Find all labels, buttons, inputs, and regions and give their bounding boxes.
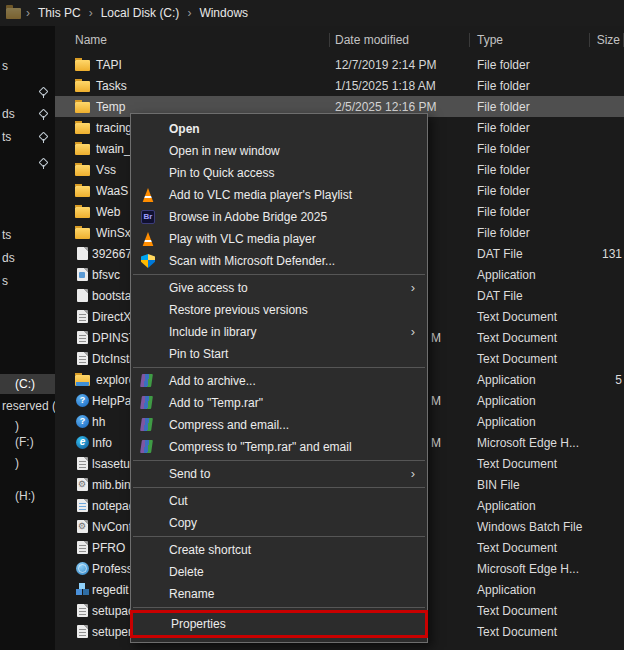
menu-item-include-in-library[interactable]: Include in library› — [131, 321, 427, 343]
menu-item-label: Delete — [169, 565, 204, 579]
menu-item-open[interactable]: Open — [131, 118, 427, 140]
file-name: DirectX — [92, 310, 131, 324]
nav-item[interactable] — [0, 82, 55, 102]
type-cell: Text Document — [470, 541, 590, 555]
menu-item-pin-to-start[interactable]: Pin to Start — [131, 343, 427, 365]
column-header-name[interactable]: Name — [55, 26, 330, 54]
type-cell: File folder — [470, 205, 590, 219]
vlc-icon — [141, 188, 155, 202]
nav-item-label: ) — [0, 419, 19, 433]
nav-item[interactable]: ts — [0, 127, 55, 147]
nav-item[interactable]: ds — [0, 104, 55, 124]
column-header-size[interactable]: Size — [590, 26, 624, 54]
text-icon — [77, 541, 88, 554]
menu-item-add-to-archive[interactable]: Add to archive... — [131, 370, 427, 392]
menu-item-play-with-vlc-media-player[interactable]: Play with VLC media player — [131, 228, 427, 250]
menu-item-label: Pin to Quick access — [169, 166, 274, 180]
nav-item[interactable]: ds — [0, 248, 55, 268]
menu-item-browse-in-adobe-bridge-2025[interactable]: Browse in Adobe Bridge 2025 — [131, 206, 427, 228]
folder-icon — [75, 207, 90, 218]
pin-icon — [39, 87, 48, 98]
nav-item[interactable]: ts — [0, 225, 55, 245]
regedit-icon — [76, 583, 89, 596]
menu-item-label: Restore previous versions — [169, 303, 308, 317]
nav-item[interactable]: ) — [0, 453, 55, 473]
edge-icon — [76, 436, 89, 449]
type-cell: Windows Batch File — [470, 520, 590, 534]
menu-item-compress-to-temp-rar-and-email[interactable]: Compress to "Temp.rar" and email — [131, 436, 427, 458]
menu-item-copy[interactable]: Copy — [131, 512, 427, 534]
folder-icon — [75, 123, 90, 134]
folder-icon — [75, 165, 90, 176]
nav-item[interactable]: s — [0, 271, 55, 291]
nav-item[interactable]: (C:) — [0, 374, 55, 394]
submenu-arrow-icon: › — [411, 277, 415, 299]
file-row[interactable]: Tasks1/15/2025 1:18 AMFile folder — [55, 75, 624, 96]
folder-icon — [75, 60, 90, 71]
menu-item-label: Browse in Adobe Bridge 2025 — [169, 210, 327, 224]
nav-item-label: (C:) — [0, 377, 35, 391]
type-cell: File folder — [470, 100, 590, 114]
date-modified-cell: 1/15/2025 1:18 AM — [330, 79, 470, 93]
menu-item-create-shortcut[interactable]: Create shortcut — [131, 539, 427, 561]
menu-item-delete[interactable]: Delete — [131, 561, 427, 583]
folder-icon — [75, 144, 90, 155]
menu-item-add-to-vlc-media-player-s-playlist[interactable]: Add to VLC media player's Playlist — [131, 184, 427, 206]
menu-item-rename[interactable]: Rename — [131, 583, 427, 605]
submenu-arrow-icon: › — [411, 321, 415, 343]
menu-item-give-access-to[interactable]: Give access to› — [131, 277, 427, 299]
nav-item-label: ds — [0, 107, 15, 121]
breadcrumb-item-this-pc[interactable]: This PC — [31, 4, 88, 22]
file-name: bfsvc — [92, 268, 120, 282]
type-cell: Application — [470, 373, 590, 387]
pin-icon — [39, 109, 48, 120]
type-cell: Text Document — [470, 310, 590, 324]
app-icon — [77, 268, 88, 281]
menu-item-label: Copy — [169, 516, 197, 530]
menu-item-label: Open — [169, 122, 200, 136]
type-cell: Application — [470, 499, 590, 513]
type-cell: File folder — [470, 58, 590, 72]
menu-item-label: Add to "Temp.rar" — [169, 396, 263, 410]
file-name: Vss — [96, 163, 116, 177]
nav-item[interactable]: (H:) — [0, 486, 55, 506]
nav-item-label: (F:) — [0, 435, 34, 449]
breadcrumb-item-local-disk-c[interactable]: Local Disk (C:) — [94, 4, 187, 22]
text-icon — [77, 604, 88, 617]
file-row[interactable]: TAPI12/7/2019 2:14 PMFile folder — [55, 54, 624, 75]
menu-item-label: Compress and email... — [169, 418, 289, 432]
menu-item-restore-previous-versions[interactable]: Restore previous versions — [131, 299, 427, 321]
folder-icon — [75, 102, 90, 113]
menu-item-add-to-temp-rar[interactable]: Add to "Temp.rar" — [131, 392, 427, 414]
file-name: Professi — [92, 562, 135, 576]
nav-item[interactable]: (F:) — [0, 432, 55, 452]
column-header-date-modified[interactable]: Date modified — [330, 26, 470, 54]
menu-item-pin-to-quick-access[interactable]: Pin to Quick access — [131, 162, 427, 184]
nav-item-label: reserved (D — [0, 399, 55, 413]
menu-item-cut[interactable]: Cut — [131, 490, 427, 512]
menu-item-compress-and-email[interactable]: Compress and email... — [131, 414, 427, 436]
text-icon — [77, 352, 88, 365]
folder-icon — [75, 81, 90, 92]
size-cell: 5 — [590, 373, 624, 387]
menu-item-send-to[interactable]: Send to› — [131, 463, 427, 485]
type-cell: File folder — [470, 79, 590, 93]
menu-item-open-in-new-window[interactable]: Open in new window — [131, 140, 427, 162]
nav-item[interactable]: s — [0, 56, 55, 76]
file-name: Tasks — [96, 79, 127, 93]
menu-item-label: Play with VLC media player — [169, 232, 316, 246]
nav-item[interactable]: reserved (D — [0, 396, 55, 416]
menu-item-scan-with-microsoft-defender[interactable]: Scan with Microsoft Defender... — [131, 250, 427, 272]
menu-item-label: Create shortcut — [169, 543, 251, 557]
nav-item[interactable] — [0, 153, 55, 173]
column-header-type[interactable]: Type — [470, 26, 590, 54]
menu-item-properties[interactable]: Properties — [133, 613, 425, 635]
type-cell: DAT File — [470, 289, 590, 303]
breadcrumb-item-windows[interactable]: Windows — [192, 4, 255, 22]
bridge-icon — [141, 210, 155, 224]
file-name: NvCont — [92, 520, 132, 534]
nav-item-label: ts — [0, 130, 11, 144]
menu-separator — [133, 487, 425, 488]
winrar-icon — [140, 396, 153, 409]
menu-item-label: Add to VLC media player's Playlist — [169, 188, 352, 202]
